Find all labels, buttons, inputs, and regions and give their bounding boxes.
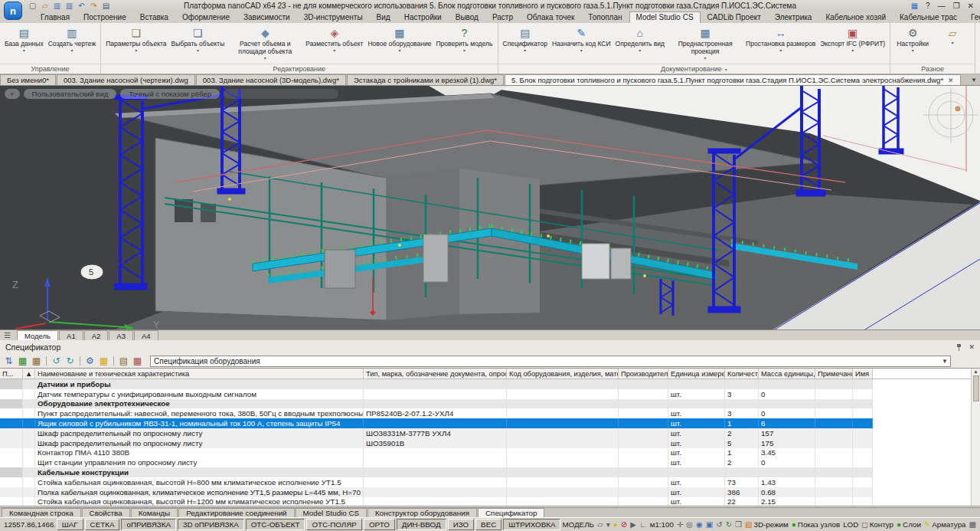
table-export-icon[interactable]: ▤ [118,356,129,366]
menu-tab-7[interactable]: Настройки [397,11,449,23]
status-item-20[interactable]: ✎Арматура [924,520,966,529]
status-item-21[interactable]: ▩ [969,520,976,529]
dock-tab-1[interactable]: Свойства [82,508,130,517]
table-row[interactable]: Контактор ПМА 4110 380Вшт.13.45 [0,448,980,458]
column-header-9[interactable]: Примечание [815,369,853,379]
table-row[interactable]: Датчик температуры с унифицированным вых… [0,389,980,399]
column-header-0[interactable]: П... [0,369,23,379]
status-item-14[interactable]: ❐ [735,520,742,529]
dock-tab-6[interactable]: Спецификатор [478,508,544,517]
status-toggle-9[interactable]: ВЕС [475,519,501,530]
status-item-13[interactable]: ↻ [726,520,732,529]
menu-tab-8[interactable]: Вывод [449,11,485,23]
specifier-button[interactable]: ▤Спецификатор▾ [501,24,550,64]
select-objects-button[interactable]: ❏Выбрать объекты▾ [169,24,227,64]
sort-icon[interactable]: ⇅ [3,356,15,366]
doc-tab-4[interactable]: 5. Блок подготовки топливного и пусковог… [505,74,961,85]
status-item-8[interactable]: ✛ [677,520,683,529]
pin-icon[interactable] [956,343,962,351]
create-drawing-button[interactable]: ▥Создать чертеж▾ [46,24,98,64]
status-item-11[interactable]: ▣ [706,520,713,529]
table-package-icon[interactable]: ▦ [31,356,42,366]
dock-tab-4[interactable]: Model Studio CS [296,508,368,517]
close-button[interactable]: ✕ [968,2,974,10]
menu-tab-16[interactable]: Кабельные трас [893,11,964,23]
doc-tab-3[interactable]: Эстакада с тройниками и врезкой (1).dwg* [347,74,504,85]
export-ifc-button[interactable]: ▣Экспорт IFC (РФРИТ)▾ [818,24,887,64]
new-equipment-button[interactable]: ▦Новое оборудование▾ [365,24,433,64]
dimensions-button[interactable]: ↔Простановка размеров▾ [743,24,818,64]
globe-settings-icon[interactable]: ⚙ [84,356,96,366]
column-header-7[interactable]: Количество [725,369,759,379]
menu-tab-3[interactable]: Оформление [175,11,237,23]
column-header-1[interactable]: ▲ [23,369,35,379]
menu-tab-15[interactable]: Кабельное хозяй [818,11,893,23]
excel-grid-icon[interactable]: ▦ [98,356,109,366]
refresh-icon[interactable]: ↺ [51,356,62,366]
table-row[interactable]: Стойка кабельная оцинкованная, высотой Н… [0,477,980,487]
status-item-6[interactable]: ∟ [639,520,647,529]
settings-button[interactable]: ⚙Настройки▾ [893,24,933,64]
menu-tab-1[interactable]: Построение [77,11,133,23]
group-row[interactable]: Датчики и приборы [0,379,980,389]
status-item-15[interactable]: ▧3D-режим [745,520,789,529]
table-props-icon[interactable]: ▦ [132,356,143,366]
dock-tab-0[interactable]: Командная строка [2,508,81,517]
save-icon[interactable]: ▥ [52,2,62,10]
column-header-5[interactable]: Производитель [619,369,668,379]
table-row[interactable]: Полка кабельная оцинкованная, климатичес… [0,487,980,497]
status-item-3[interactable]: ● [613,520,618,529]
new-file-icon[interactable]: ▢ [28,2,38,10]
status-item-2[interactable]: ▾ [606,520,610,529]
volume-area-button[interactable]: ◆Расчет объема и площади объекта▾ [227,24,303,64]
status-item-10[interactable]: ◉ [696,520,703,529]
status-toggle-2[interactable]: оПРИВЯЗКА [121,519,176,530]
table-row[interactable]: Пункт распределительный: навесной, перем… [0,408,980,418]
status-item-5[interactable]: ▶ [630,520,636,529]
close-tab-icon[interactable]: ✕ [948,77,954,84]
model-viewport[interactable]: +Пользовательский видТочный с показом рё… [0,86,980,329]
redo-icon[interactable]: ↷ [89,2,99,10]
viewport-control-0[interactable]: + [5,89,20,99]
dock-tab-2[interactable]: Команды [131,508,178,517]
status-toggle-5[interactable]: ОТС-ПОЛЯР [306,519,362,530]
doc-tab-0[interactable]: Без имени0* [0,74,56,85]
menu-tab-10[interactable]: Облака точек [520,11,581,23]
model-3d-scene[interactable]: 5 Z Y [0,86,980,329]
ksi-code-button[interactable]: ✎Назначить код КСИ▾ [550,24,613,64]
dock-tab-3[interactable]: Редактирование соединений [178,508,294,517]
layout-tab-1[interactable]: А1 [59,330,83,340]
doc-tab-1[interactable]: 003. Здание насосной (чертежи).dwg [57,74,195,85]
refresh-all-icon[interactable]: ↻ [64,356,76,366]
status-item-4[interactable]: ⊘ [621,520,627,529]
status-toggle-3[interactable]: 3D оПРИВЯЗКА [178,519,244,530]
status-item-1[interactable]: ▱ [597,520,603,529]
place-object-button[interactable]: ◈Разместить объект▾ [303,24,365,64]
status-item-12[interactable]: ↺ [716,520,722,529]
status-item-9[interactable]: ◎ [686,520,693,529]
minimize-button[interactable]: — [938,2,946,10]
status-item-17[interactable]: LOD [843,520,858,529]
check-model-button[interactable]: ?Проверить модель▾ [433,24,495,64]
layout-tab-4[interactable]: А4 [134,330,158,340]
menu-tab-9[interactable]: Растр [485,11,520,23]
group-row[interactable]: Оборудование электротехническое [0,399,980,409]
scroll-up-icon[interactable]: ▲ [973,369,978,374]
status-toggle-8[interactable]: ИЗО [448,519,474,530]
column-header-8[interactable]: Масса единицы, кг [759,369,815,379]
layout-tab-3[interactable]: А3 [109,330,133,340]
restore-button[interactable]: ❐ [953,2,960,10]
status-toggle-7[interactable]: ДИН-ВВОД [397,519,446,530]
panel-close-icon[interactable]: ✕ [969,343,975,351]
preset-projection-button[interactable]: ▦Преднастроенная проекция▾ [667,24,743,64]
status-toggle-6[interactable]: ОРТО [364,519,395,530]
print-icon[interactable]: ▤ [101,2,111,10]
table-row[interactable]: Шкаф распределительный по опросному лист… [0,428,980,438]
layout-tab-0[interactable]: Модель [17,330,58,340]
table-row[interactable]: Ящик силовой с рубильником ЯВЗ-31-1, ном… [0,418,980,428]
open-file-icon[interactable]: ▱ [40,2,50,10]
menu-tab-12[interactable]: Model Studio CS [629,11,701,23]
column-header-10[interactable]: Имя [853,369,873,379]
viewport-control-2[interactable]: Точный с показом рёбер [120,89,220,99]
viewport-control-1[interactable]: Пользовательский вид [24,89,117,99]
